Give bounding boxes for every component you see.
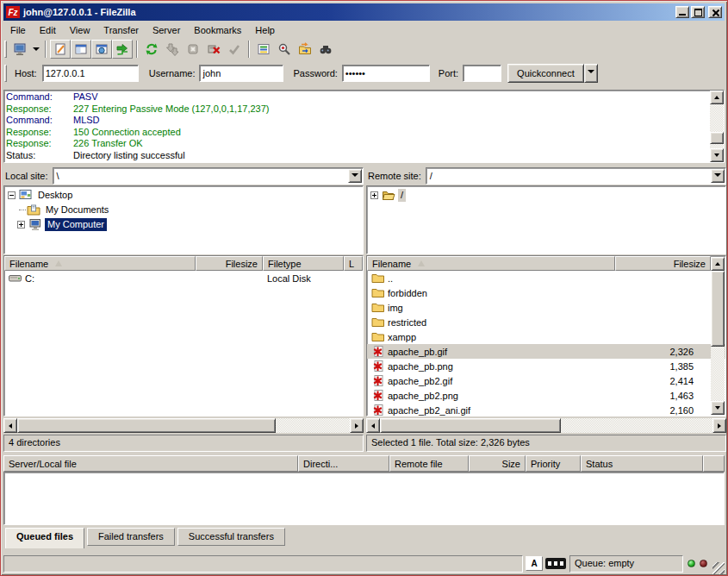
directory-comparison-button[interactable]	[274, 40, 295, 59]
tree-item-my-computer[interactable]: My Computer	[6, 217, 361, 232]
column-header-filename[interactable]: Filename	[4, 256, 196, 271]
close-button[interactable]	[708, 6, 722, 18]
tab-queued-files[interactable]: Queued files	[5, 528, 84, 548]
scrollbar-thumb[interactable]	[711, 271, 725, 347]
scroll-down-button[interactable]	[710, 148, 724, 162]
maximize-button[interactable]	[691, 6, 705, 18]
quickconnect-button[interactable]: Quickconnect	[507, 64, 584, 83]
host-input[interactable]	[42, 65, 139, 82]
remote-file-row[interactable]: xampp	[367, 329, 725, 344]
tree-item-my-documents[interactable]: My Documents	[6, 203, 361, 217]
scrollbar-track[interactable]	[710, 104, 724, 148]
remote-horizontal-scrollbar[interactable]	[366, 418, 726, 433]
remote-file-row[interactable]: forbidden	[367, 285, 725, 300]
menu-item-bookmarks[interactable]: Bookmarks	[187, 23, 248, 37]
find-files-button[interactable]	[315, 40, 336, 59]
scroll-down-button[interactable]	[711, 401, 725, 415]
scroll-up-button[interactable]	[711, 257, 725, 271]
remote-file-row[interactable]: img	[367, 300, 725, 315]
queue-column-server-local-file[interactable]: Server/Local file	[3, 455, 298, 472]
process-queue-button[interactable]	[162, 40, 183, 59]
column-header-last-modified[interactable]: L	[344, 256, 363, 271]
queue-column-status[interactable]: Status	[581, 455, 703, 472]
scrollbar-track[interactable]	[380, 418, 712, 433]
remote-file-row[interactable]: restricted	[367, 315, 725, 329]
local-file-row[interactable]: C: Local Disk	[4, 271, 363, 285]
remote-file-row[interactable]: apache_pb2.png 1,463	[367, 388, 725, 403]
minimize-button[interactable]	[675, 6, 689, 18]
menu-item-transfer[interactable]: Transfer	[96, 23, 146, 37]
remote-file-row[interactable]: apache_pb2_ani.gif 2,160	[367, 403, 725, 416]
refresh-button[interactable]	[141, 40, 162, 59]
remote-site-value[interactable]: /	[426, 168, 710, 184]
queue-column-size[interactable]: Size	[469, 455, 526, 472]
menu-item-view[interactable]: View	[63, 23, 97, 37]
log-line: Response:150 Connection accepted	[6, 127, 722, 139]
scroll-left-button[interactable]	[3, 418, 17, 433]
disconnect-button[interactable]	[203, 40, 224, 59]
remote-file-row-selected[interactable]: apache_pb.gif 2,326	[367, 344, 725, 359]
app-icon[interactable]: Fz	[6, 6, 20, 18]
queue-column-direction[interactable]: Directi...	[298, 455, 389, 472]
local-horizontal-scrollbar[interactable]	[3, 418, 364, 433]
resize-grip[interactable]	[712, 562, 725, 574]
process-queue-icon	[165, 42, 179, 56]
scrollbar-track[interactable]	[17, 418, 350, 433]
column-header-filename[interactable]: Filename	[367, 256, 615, 271]
cancel-operation-button[interactable]	[183, 40, 203, 59]
quickbar-grip[interactable]	[4, 65, 7, 82]
scrollbar-thumb[interactable]	[710, 132, 724, 144]
remote-list-scrollbar[interactable]	[711, 257, 725, 415]
local-site-combo[interactable]: \	[53, 167, 364, 185]
column-header-filesize[interactable]: Filesize	[615, 256, 711, 271]
dropdown-arrow-icon	[33, 47, 40, 54]
scroll-right-button[interactable]	[350, 418, 364, 433]
security-indicator-icon[interactable]	[545, 558, 566, 569]
toggle-message-log-button[interactable]	[50, 40, 71, 59]
local-site-dropdown-button[interactable]	[348, 169, 362, 183]
remote-site-dropdown-button[interactable]	[711, 169, 725, 183]
scroll-up-button[interactable]	[710, 91, 724, 104]
username-input[interactable]	[199, 65, 283, 82]
column-header-filesize[interactable]: Filesize	[196, 256, 263, 271]
tree-item-root[interactable]: /	[369, 188, 724, 203]
port-input[interactable]	[463, 65, 501, 82]
expand-icon[interactable]	[17, 221, 25, 229]
remote-file-row[interactable]: ..	[367, 271, 725, 285]
expand-icon[interactable]	[370, 191, 378, 199]
scroll-left-button[interactable]	[366, 418, 380, 433]
titlebar[interactable]: Fz john@127.0.0.1 - FileZilla	[3, 3, 725, 21]
toggle-transfer-queue-button[interactable]	[112, 40, 133, 59]
queue-column-priority[interactable]: Priority	[526, 455, 581, 472]
collapse-icon[interactable]	[8, 191, 16, 199]
site-manager-dropdown-button[interactable]	[30, 40, 41, 59]
tab-successful-transfers[interactable]: Successful transfers	[177, 528, 285, 546]
queue-column-remote-file[interactable]: Remote file	[389, 455, 469, 472]
column-header-filetype[interactable]: Filetype	[263, 256, 344, 271]
toggle-local-tree-button[interactable]	[71, 40, 91, 59]
reconnect-button[interactable]	[224, 40, 245, 59]
menu-item-file[interactable]: File	[3, 23, 33, 37]
remote-site-combo[interactable]: /	[426, 167, 726, 185]
remote-file-row[interactable]: apache_pb.png 1,385	[367, 359, 725, 373]
menu-item-edit[interactable]: Edit	[33, 23, 63, 37]
remote-file-row[interactable]: apache_pb2.gif 2,414	[367, 373, 725, 388]
directory-listing-filters-button[interactable]	[253, 40, 274, 59]
scrollbar-track[interactable]	[711, 271, 725, 401]
transfer-type-indicator[interactable]: A	[526, 556, 543, 571]
toggle-remote-tree-button[interactable]	[91, 40, 112, 59]
scroll-right-button[interactable]	[712, 418, 726, 433]
menu-item-help[interactable]: Help	[248, 23, 282, 37]
scrollbar-thumb[interactable]	[380, 418, 561, 433]
tree-item-desktop[interactable]: Desktop	[6, 188, 361, 203]
synchronized-browsing-button[interactable]	[295, 40, 315, 59]
message-log-scrollbar[interactable]	[710, 91, 724, 162]
menu-item-server[interactable]: Server	[146, 23, 187, 37]
password-input[interactable]	[342, 65, 430, 82]
scrollbar-thumb[interactable]	[17, 418, 276, 433]
local-site-value[interactable]: \	[53, 168, 347, 184]
toolbar-grip[interactable]	[4, 41, 7, 58]
quickconnect-dropdown-button[interactable]	[584, 64, 598, 83]
site-manager-button[interactable]	[9, 40, 30, 59]
tab-failed-transfers[interactable]: Failed transfers	[87, 528, 175, 546]
